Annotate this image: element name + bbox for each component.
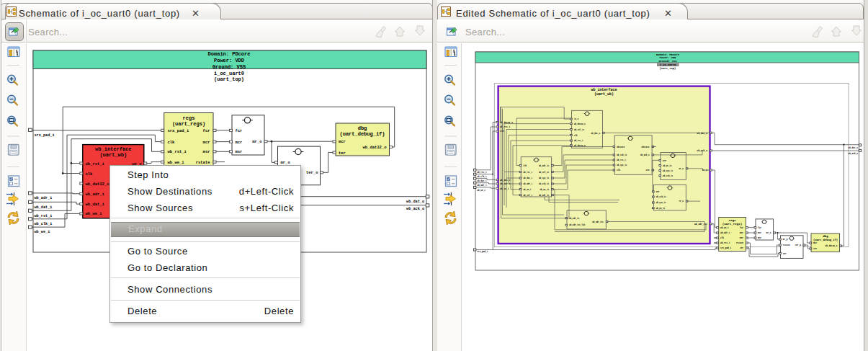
svg-text:wb_we_i: wb_we_i — [500, 187, 509, 190]
svg-text:srx_pad_i: srx_pad_i — [477, 250, 488, 253]
svg-text:rstate: rstate — [736, 242, 743, 244]
svg-text:wb_sel_i: wb_sel_i — [524, 194, 533, 197]
svg-text:rstate: rstate — [196, 160, 211, 165]
svg-text:wb_stb_is: wb_stb_is — [663, 174, 673, 177]
svg-text:wb_ack_o: wb_ack_o — [406, 207, 424, 211]
svg-text:clk: clk — [500, 130, 504, 133]
svg-text:i_oc_uart0: i_oc_uart0 — [214, 71, 244, 76]
svg-text:wb_dat_i: wb_dat_i — [524, 177, 533, 179]
svg-text:clk: clk — [574, 134, 578, 137]
svg-text:wr_o: wr_o — [679, 168, 684, 170]
svg-text:wbstate: wbstate — [642, 146, 650, 148]
svg-text:(uart_debug_if): (uart_debug_if) — [339, 131, 385, 137]
svg-text:wb_interface: wb_interface — [95, 146, 131, 152]
svg-text:ter_o: ter_o — [306, 170, 318, 175]
svg-text:ter: ter — [813, 248, 817, 250]
svg-text:(uart_wb): (uart_wb) — [99, 152, 127, 158]
svg-text:wb_rst_i: wb_rst_i — [477, 171, 487, 174]
svg-text:clk: clk — [617, 169, 620, 172]
svg-text:i_oc_uart0: i_oc_uart0 — [660, 63, 677, 66]
svg-text:mcr: mcr — [813, 242, 817, 244]
svg-text:fcr: fcr — [236, 128, 243, 133]
svg-text:wb_adr_int_lsb: wb_adr_int_lsb — [569, 223, 585, 226]
svg-text:wb_adr_i: wb_adr_i — [477, 184, 487, 187]
svg-text:wre: wre — [646, 169, 650, 172]
svg-text:wb_adr_i: wb_adr_i — [35, 196, 53, 200]
svg-text:Domain: PDcore: Domain: PDcore — [656, 53, 680, 56]
svg-text:Ground: VSS: Ground: VSS — [212, 64, 246, 70]
svg-text:wb_rst_i: wb_rst_i — [720, 241, 730, 244]
svg-text:(uart_regs): (uart_regs) — [722, 223, 743, 226]
svg-text:wb_we_i: wb_we_i — [168, 160, 185, 165]
svg-text:wb_cyc_is: wb_cyc_is — [663, 169, 673, 172]
svg-text:re_o: re_o — [679, 200, 684, 203]
svg-text:(uart_top): (uart_top) — [660, 67, 676, 70]
svg-text:wb_adr_int: wb_adr_int — [592, 221, 604, 223]
svg-text:msr: msr — [740, 237, 743, 239]
svg-text:wb_adr_is: wb_adr_is — [539, 194, 549, 197]
svg-text:wb_we_is: wb_we_is — [663, 164, 672, 167]
svg-text:wb_rst_i: wb_rst_i — [86, 161, 105, 166]
svg-text:mr_o: mr_o — [766, 232, 771, 234]
svg-text:mcr: mcr — [236, 140, 243, 145]
svg-text:wb_dat_o: wb_dat_o — [591, 132, 601, 135]
svg-text:wb_dat_o: wb_dat_o — [406, 200, 424, 204]
svg-text:wb_dat32_o: wb_dat32_o — [500, 121, 513, 124]
svg-text:mcr: mcr — [203, 140, 210, 145]
svg-text:dbg: dbg — [358, 125, 367, 131]
svg-text:srx_pad_i: srx_pad_i — [35, 133, 55, 138]
svg-text:msr: msr — [236, 149, 243, 154]
svg-text:msr: msr — [758, 237, 761, 239]
svg-text:srx_pad_i: srx_pad_i — [720, 246, 731, 249]
svg-text:mcr: mcr — [339, 139, 346, 144]
svg-text:msr: msr — [203, 149, 210, 154]
svg-text:mr_p: mr_p — [783, 239, 788, 241]
svg-text:wbstate: wbstate — [617, 146, 625, 148]
svg-text:Power: VDD: Power: VDD — [214, 58, 244, 63]
svg-text:clk: clk — [524, 164, 527, 167]
svg-text:wb_rst_i: wb_rst_i — [574, 139, 583, 142]
svg-text:wb_adr_int: wb_adr_int — [694, 223, 707, 226]
svg-text:rstate: rstate — [783, 244, 790, 246]
svg-text:mr_o: mr_o — [252, 139, 262, 144]
svg-text:in_o: in_o — [574, 117, 579, 120]
svg-text:mcr: mcr — [740, 232, 743, 234]
svg-text:regs: regs — [728, 219, 736, 222]
svg-text:ter: ter — [783, 253, 787, 255]
svg-text:wb_stb_is: wb_stb_is — [539, 182, 549, 185]
svg-text:wb_rst_i: wb_rst_i — [617, 159, 626, 161]
svg-text:wb_dat_o: wb_dat_o — [849, 146, 859, 149]
svg-text:ter: ter — [339, 151, 346, 156]
svg-text:Domain: PDcore: Domain: PDcore — [208, 51, 251, 57]
svg-text:fcr: fcr — [740, 226, 743, 229]
svg-text:ter: ter — [740, 247, 743, 249]
svg-text:wb_dat_i: wb_dat_i — [86, 202, 105, 207]
svg-text:fcr: fcr — [203, 128, 210, 133]
svg-text:fcr: fcr — [758, 226, 761, 229]
svg-text:wb_sel_is: wb_sel_is — [574, 128, 584, 131]
svg-text:wre: wre — [656, 191, 660, 193]
svg-text:wb_ack_o: wb_ack_o — [640, 154, 650, 156]
svg-text:regs: regs — [183, 115, 195, 121]
svg-text:wb_stb_is: wb_stb_is — [617, 154, 627, 156]
svg-text:wb_we_i: wb_we_i — [477, 189, 486, 192]
svg-text:wb_dat32_o: wb_dat32_o — [362, 145, 387, 150]
svg-text:wre: wre — [663, 160, 666, 162]
svg-text:wb_stb_is: wb_stb_is — [656, 195, 666, 198]
svg-text:wb_dat_i: wb_dat_i — [477, 179, 487, 182]
svg-text:wb_clk_i: wb_clk_i — [35, 222, 53, 226]
svg-text:ter_p: ter_p — [795, 244, 801, 246]
svg-text:wb_ack_o: wb_ack_o — [849, 152, 859, 155]
svg-text:wb_adr_is: wb_adr_is — [539, 164, 549, 167]
svg-text:wb_clk_i: wb_clk_i — [477, 175, 487, 178]
svg-text:wb_cyc_is: wb_cyc_is — [656, 201, 666, 204]
svg-text:wb_dat32_o: wb_dat32_o — [86, 182, 110, 187]
svg-text:Power: VDD: Power: VDD — [660, 56, 677, 59]
svg-text:wb_dat32_o: wb_dat32_o — [826, 244, 838, 247]
svg-text:wb_rst_i: wb_rst_i — [168, 149, 187, 154]
svg-text:wb_we_i: wb_we_i — [86, 211, 103, 216]
svg-text:wb_dat_i: wb_dat_i — [35, 205, 53, 210]
svg-text:mcr: mcr — [758, 232, 761, 234]
svg-text:wb_cyc_is: wb_cyc_is — [539, 177, 549, 179]
svg-text:wb_adr_is: wb_adr_is — [569, 217, 579, 220]
